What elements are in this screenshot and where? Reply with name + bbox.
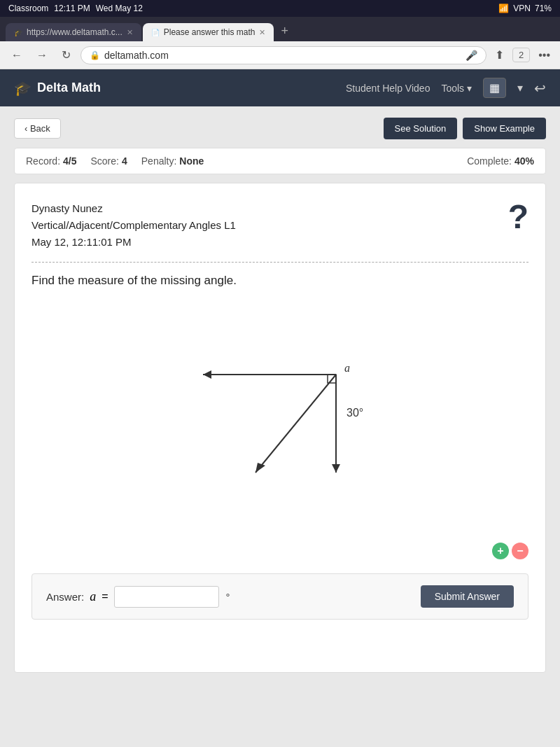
problem-timestamp: May 12, 12:11:01 PM xyxy=(31,234,236,251)
tab-count-button[interactable]: 2 xyxy=(512,48,530,62)
app-header: 🎓 Delta Math Student Help Video Tools ▾ … xyxy=(0,69,560,106)
svg-marker-3 xyxy=(332,464,340,473)
complete-label: Complete: xyxy=(467,155,512,167)
new-tab-button[interactable]: + xyxy=(275,21,294,41)
record-bar: Record: 4/5 Score: 4 Penalty: None Compl… xyxy=(14,148,546,174)
student-name: Dynasty Nunez xyxy=(31,200,236,217)
more-button[interactable]: ••• xyxy=(536,46,553,64)
angle-a-label: a xyxy=(344,362,350,374)
browser-chrome: 🎓 https://www.deltamath.c... ✕ 📄 Please … xyxy=(0,17,560,69)
record-label: Record: xyxy=(26,155,60,167)
student-info: Dynasty Nunez Vertical/Adjacent/Compleme… xyxy=(31,200,236,251)
equals-sign: = xyxy=(102,590,108,603)
status-time: 12:11 PM xyxy=(54,4,90,13)
tab-favicon-1: 🎓 xyxy=(14,29,22,36)
tools-menu[interactable]: Tools ▾ xyxy=(441,83,472,94)
divider xyxy=(31,262,528,263)
lock-icon: 🔒 xyxy=(90,50,100,60)
angle-diagram: a 30° xyxy=(168,319,392,515)
logo-text: Delta Math xyxy=(37,81,101,95)
student-help-video-link[interactable]: Student Help Video xyxy=(346,83,430,94)
minus-button[interactable]: − xyxy=(512,543,528,559)
mic-icon: 🎤 xyxy=(465,50,477,61)
help-question-icon[interactable]: ? xyxy=(508,200,528,234)
answer-section: + − Answer: a = ° Submit Answer xyxy=(31,543,528,620)
tab-close-2[interactable]: ✕ xyxy=(259,28,265,37)
penalty-value: None xyxy=(179,155,204,167)
tab-please-answer[interactable]: 📄 Please answer this math ✕ xyxy=(143,23,274,41)
exit-icon[interactable]: ↩ xyxy=(534,80,546,97)
vpn-badge: VPN xyxy=(513,4,531,13)
svg-line-4 xyxy=(255,375,336,473)
calc-dropdown-arrow[interactable]: ▾ xyxy=(517,81,523,95)
complete-value: 40% xyxy=(514,155,534,167)
status-right: 📶 VPN 71% xyxy=(498,4,552,13)
answer-variable: a xyxy=(90,589,96,604)
battery-status: 71% xyxy=(535,4,552,13)
svg-marker-5 xyxy=(255,463,265,473)
svg-marker-1 xyxy=(203,370,211,379)
tab-label-2: Please answer this math xyxy=(164,27,255,37)
score-value: 4 xyxy=(122,155,127,167)
problem-question: Find the measure of the missing angle. xyxy=(31,274,528,288)
see-solution-button[interactable]: See Solution xyxy=(384,118,458,139)
browser-reload-button[interactable]: ↻ xyxy=(57,46,75,64)
address-bar[interactable]: 🔒 deltamath.com 🎤 xyxy=(80,46,486,64)
logo-icon: 🎓 xyxy=(14,80,31,97)
problem-header: Dynasty Nunez Vertical/Adjacent/Compleme… xyxy=(31,200,528,251)
status-day: Wed May 12 xyxy=(96,4,143,13)
record-left: Record: 4/5 Score: 4 Penalty: None xyxy=(26,155,204,167)
degree-symbol: ° xyxy=(226,591,230,603)
app-name: Classroom xyxy=(8,4,48,13)
answer-area: Answer: a = ° Submit Answer xyxy=(31,573,528,620)
toolbar-right: ⬆ 2 ••• xyxy=(492,46,553,64)
penalty-item: Penalty: None xyxy=(141,155,204,167)
answer-input[interactable] xyxy=(114,586,219,608)
record-value: 4/5 xyxy=(63,155,76,167)
action-buttons: See Solution Show Example xyxy=(384,118,546,139)
back-button[interactable]: ‹ Back xyxy=(14,118,61,139)
tab-favicon-2: 📄 xyxy=(151,29,160,36)
score-label: Score: xyxy=(91,155,119,167)
answer-left: Answer: a = ° xyxy=(46,586,230,608)
tab-close-1[interactable]: ✕ xyxy=(127,28,133,37)
status-bar: Classroom 12:11 PM Wed May 12 📶 VPN 71% xyxy=(0,0,560,17)
signal-icon: 📶 xyxy=(498,4,509,13)
complete-item: Complete: 40% xyxy=(467,155,534,167)
submit-answer-button[interactable]: Submit Answer xyxy=(421,585,514,608)
tab-bar: 🎓 https://www.deltamath.c... ✕ 📄 Please … xyxy=(0,17,560,41)
tab-label-1: https://www.deltamath.c... xyxy=(27,27,122,37)
score-item: Score: 4 xyxy=(91,155,127,167)
app-nav: Student Help Video Tools ▾ ▦ ▾ ↩ xyxy=(346,78,546,98)
calculator-icon[interactable]: ▦ xyxy=(483,78,506,98)
browser-back-button[interactable]: ← xyxy=(7,46,27,64)
top-controls: ‹ Back See Solution Show Example xyxy=(14,118,546,139)
plus-minus-controls: + − xyxy=(31,543,528,559)
diagram-container: a 30° xyxy=(31,305,528,529)
app-logo: 🎓 Delta Math xyxy=(14,80,101,97)
tab-deltamath[interactable]: 🎓 https://www.deltamath.c... ✕ xyxy=(6,23,141,41)
problem-card: Dynasty Nunez Vertical/Adjacent/Compleme… xyxy=(14,183,546,673)
angle-30-label: 30° xyxy=(346,407,363,419)
answer-label: Answer: xyxy=(46,591,84,603)
address-text: deltamath.com xyxy=(104,50,461,61)
plus-button[interactable]: + xyxy=(492,543,509,559)
status-left: Classroom 12:11 PM Wed May 12 xyxy=(8,4,143,13)
share-button[interactable]: ⬆ xyxy=(492,46,507,64)
browser-toolbar: ← → ↻ 🔒 deltamath.com 🎤 ⬆ 2 ••• xyxy=(0,41,560,69)
penalty-label: Penalty: xyxy=(141,155,177,167)
problem-topic: Vertical/Adjacent/Complementary Angles L… xyxy=(31,217,236,234)
show-example-button[interactable]: Show Example xyxy=(463,118,546,139)
record-item: Record: 4/5 xyxy=(26,155,77,167)
main-content: ‹ Back See Solution Show Example Record:… xyxy=(0,106,560,736)
browser-forward-button[interactable]: → xyxy=(32,46,52,64)
